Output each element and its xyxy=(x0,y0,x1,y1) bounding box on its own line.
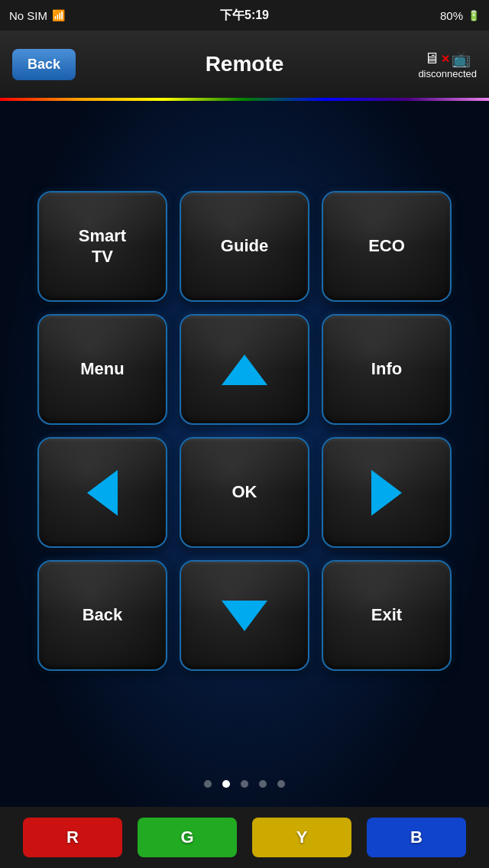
green-button[interactable]: G xyxy=(138,818,237,857)
page-dot-3 xyxy=(259,780,267,788)
smart-tv-label: SmartTV xyxy=(79,226,126,267)
yellow-button[interactable]: Y xyxy=(252,818,351,857)
guide-button[interactable]: Guide xyxy=(180,191,309,302)
right-arrow-icon xyxy=(371,470,402,516)
exit-button[interactable]: Exit xyxy=(322,560,452,671)
right-button[interactable] xyxy=(322,437,452,548)
yellow-label: Y xyxy=(296,828,308,847)
guide-label: Guide xyxy=(221,236,268,256)
eco-label: ECO xyxy=(368,236,405,256)
blue-label: B xyxy=(410,828,423,847)
down-button[interactable] xyxy=(180,560,309,671)
status-bar: No SIM 📶 下午5:19 80% 🔋 xyxy=(0,0,489,31)
wifi-icon: 📶 xyxy=(52,9,65,21)
down-arrow-icon xyxy=(222,601,267,631)
main-content: SmartTV Guide ECO Menu Info xyxy=(0,101,489,761)
back-button[interactable]: Back xyxy=(37,560,167,671)
back-nav-button[interactable]: Back xyxy=(12,49,76,80)
status-right: 80% 🔋 xyxy=(440,9,480,22)
eco-button[interactable]: ECO xyxy=(322,191,452,302)
page-title: Remote xyxy=(206,52,284,76)
battery-label: 80% xyxy=(440,9,463,22)
color-bar: R G Y B xyxy=(0,807,489,868)
page-dot-4 xyxy=(277,780,285,788)
nav-bar: Back Remote 🖥 ✕ 📺 disconnected xyxy=(0,31,489,98)
remote-button-grid: SmartTV Guide ECO Menu Info xyxy=(37,191,452,671)
status-left: No SIM 📶 xyxy=(9,9,65,22)
up-button[interactable] xyxy=(180,314,309,425)
red-button[interactable]: R xyxy=(23,818,122,857)
ok-label: OK xyxy=(232,482,257,502)
disconnect-icon: ✕ xyxy=(441,53,450,65)
left-button[interactable] xyxy=(37,437,167,548)
page-dot-0 xyxy=(204,780,212,788)
battery-icon: 🔋 xyxy=(468,10,480,21)
connection-label: disconnected xyxy=(418,68,477,79)
menu-button[interactable]: Menu xyxy=(37,314,167,425)
menu-label: Menu xyxy=(80,359,124,379)
tv-icon: 📺 xyxy=(452,50,471,68)
ok-button[interactable]: OK xyxy=(180,437,309,548)
up-arrow-icon xyxy=(222,355,267,385)
status-time: 下午5:19 xyxy=(220,8,269,24)
monitor-icon: 🖥 xyxy=(424,50,439,67)
red-label: R xyxy=(66,828,79,847)
exit-label: Exit xyxy=(371,605,402,625)
back-label: Back xyxy=(83,605,123,625)
info-label: Info xyxy=(371,359,402,379)
blue-button[interactable]: B xyxy=(367,818,466,857)
connection-status: 🖥 ✕ 📺 disconnected xyxy=(418,50,477,79)
page-dot-1 xyxy=(222,780,230,788)
page-indicators xyxy=(0,761,489,807)
info-button[interactable]: Info xyxy=(322,314,452,425)
page-dot-2 xyxy=(241,780,248,788)
connection-icons: 🖥 ✕ 📺 xyxy=(424,50,471,68)
left-arrow-icon xyxy=(87,470,118,516)
green-label: G xyxy=(180,828,193,847)
carrier-label: No SIM xyxy=(9,9,47,22)
smart-tv-button[interactable]: SmartTV xyxy=(37,191,167,302)
